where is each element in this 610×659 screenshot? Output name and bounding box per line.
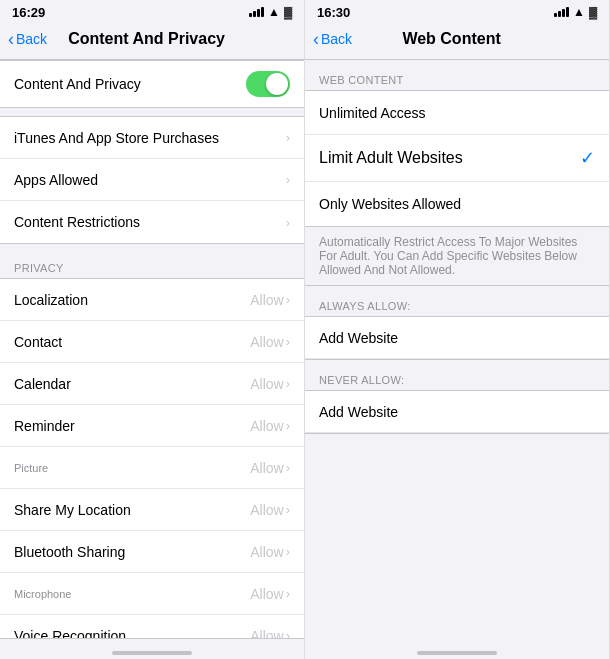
home-indicator-left — [0, 639, 304, 659]
nav-bar-right: ‹ Back Web Content — [305, 22, 609, 60]
option-unlimited[interactable]: Unlimited Access — [305, 91, 609, 135]
menu-group: iTunes And App Store Purchases › Apps Al… — [0, 116, 304, 244]
description-box: Automatically Restrict Access To Major W… — [305, 227, 609, 286]
chevron-bluetooth: › — [286, 544, 290, 559]
microphone-value: Allow › — [250, 586, 290, 602]
back-button-left[interactable]: ‹ Back — [8, 30, 47, 48]
nav-bar-left: ‹ Back Content And Privacy — [0, 22, 304, 60]
privacy-item-picture[interactable]: Picture Allow › — [0, 447, 304, 489]
bluetooth-label: Bluetooth Sharing — [14, 544, 250, 560]
option-only-websites[interactable]: Only Websites Allowed — [305, 182, 609, 226]
status-time-left: 16:29 — [12, 5, 45, 20]
toggle-knob — [266, 73, 288, 95]
privacy-item-reminder[interactable]: Reminder Allow › — [0, 405, 304, 447]
list-item-apps-allowed[interactable]: Apps Allowed › — [0, 159, 304, 201]
nav-title-left: Content And Privacy — [51, 30, 242, 48]
calendar-label: Calendar — [14, 376, 250, 392]
privacy-group: Localization Allow › Contact Allow › Cal… — [0, 278, 304, 639]
reminder-label: Reminder — [14, 418, 250, 434]
calendar-value: Allow › — [250, 376, 290, 392]
chevron-reminder: › — [286, 418, 290, 433]
bluetooth-value: Allow › — [250, 544, 290, 560]
wifi-icon-right: ▲ — [573, 5, 585, 19]
list-item-itunes[interactable]: iTunes And App Store Purchases › — [0, 117, 304, 159]
chevron-content: › — [286, 215, 290, 230]
always-allow-header: ALWAYS ALLOW: — [305, 290, 609, 316]
status-time-right: 16:30 — [317, 5, 350, 20]
chevron-localization: › — [286, 292, 290, 307]
picture-value: Allow › — [250, 460, 290, 476]
never-allow-group: Add Website — [305, 390, 609, 434]
chevron-microphone: › — [286, 586, 290, 601]
localization-value: Allow › — [250, 292, 290, 308]
itunes-label: iTunes And App Store Purchases — [14, 130, 286, 146]
privacy-item-share-location[interactable]: Share My Location Allow › — [0, 489, 304, 531]
option-limit-adult[interactable]: Limit Adult Websites ✓ — [305, 135, 609, 182]
privacy-item-contact[interactable]: Contact Allow › — [0, 321, 304, 363]
privacy-section-header: PRIVACY — [0, 252, 304, 278]
always-allow-group: Add Website — [305, 316, 609, 360]
signal-icon-left — [249, 7, 264, 17]
privacy-item-bluetooth[interactable]: Bluetooth Sharing Allow › — [0, 531, 304, 573]
back-arrow-right: ‹ — [313, 30, 319, 48]
status-icons-right: ▲ ▓ — [554, 5, 597, 19]
voice-value: Allow › — [250, 628, 290, 640]
add-website-always[interactable]: Add Website — [305, 317, 609, 359]
contact-value: Allow › — [250, 334, 290, 350]
back-arrow-left: ‹ — [8, 30, 14, 48]
apps-allowed-label: Apps Allowed — [14, 172, 286, 188]
status-bar-right: 16:30 ▲ ▓ — [305, 0, 609, 22]
battery-icon-right: ▓ — [589, 6, 597, 18]
chevron-apps: › — [286, 172, 290, 187]
add-website-never-label: Add Website — [319, 404, 398, 420]
reminder-value: Allow › — [250, 418, 290, 434]
chevron-share-location: › — [286, 502, 290, 517]
back-label-right: Back — [321, 31, 352, 47]
description-text: Automatically Restrict Access To Major W… — [319, 235, 577, 277]
chevron-voice: › — [286, 628, 290, 639]
selected-checkmark: ✓ — [580, 147, 595, 169]
chevron-contact: › — [286, 334, 290, 349]
home-bar-right — [417, 651, 497, 655]
content-restrictions-label: Content Restrictions — [14, 214, 286, 230]
privacy-item-voice[interactable]: Voice Recognition Allow › — [0, 615, 304, 639]
unlimited-label: Unlimited Access — [319, 105, 595, 121]
content-privacy-toggle-row: Content And Privacy — [0, 60, 304, 108]
battery-icon-left: ▓ — [284, 6, 292, 18]
never-allow-header: NEVER ALLOW: — [305, 364, 609, 390]
picture-label: Picture — [14, 462, 250, 474]
status-icons-left: ▲ ▓ — [249, 5, 292, 19]
privacy-item-calendar[interactable]: Calendar Allow › — [0, 363, 304, 405]
home-bar-left — [112, 651, 192, 655]
limit-adult-label: Limit Adult Websites — [319, 149, 580, 167]
microphone-label: Microphone — [14, 588, 250, 600]
signal-icon-right — [554, 7, 569, 17]
content-privacy-toggle[interactable] — [246, 71, 290, 97]
privacy-item-localization[interactable]: Localization Allow › — [0, 279, 304, 321]
localization-label: Localization — [14, 292, 250, 308]
content-privacy-label: Content And Privacy — [14, 76, 246, 92]
chevron-picture: › — [286, 460, 290, 475]
home-indicator-right — [305, 639, 609, 659]
screen-content-privacy: 16:29 ▲ ▓ ‹ Back Content And Privacy Con… — [0, 0, 305, 659]
chevron-calendar: › — [286, 376, 290, 391]
list-item-content-restrictions[interactable]: Content Restrictions › — [0, 201, 304, 243]
add-website-always-label: Add Website — [319, 330, 398, 346]
add-website-never[interactable]: Add Website — [305, 391, 609, 433]
screen-web-content: 16:30 ▲ ▓ ‹ Back Web Content WEB CONTENT… — [305, 0, 610, 659]
back-label-left: Back — [16, 31, 47, 47]
chevron-itunes: › — [286, 130, 290, 145]
status-bar-left: 16:29 ▲ ▓ — [0, 0, 304, 22]
wifi-icon-left: ▲ — [268, 5, 280, 19]
nav-title-right: Web Content — [356, 30, 547, 48]
web-content-header: WEB CONTENT — [305, 64, 609, 90]
share-location-label: Share My Location — [14, 502, 250, 518]
voice-label: Voice Recognition — [14, 628, 250, 640]
share-location-value: Allow › — [250, 502, 290, 518]
privacy-item-microphone[interactable]: Microphone Allow › — [0, 573, 304, 615]
only-websites-label: Only Websites Allowed — [319, 196, 595, 212]
web-content-options: Unlimited Access Limit Adult Websites ✓ … — [305, 90, 609, 227]
back-button-right[interactable]: ‹ Back — [313, 30, 352, 48]
contact-label: Contact — [14, 334, 250, 350]
